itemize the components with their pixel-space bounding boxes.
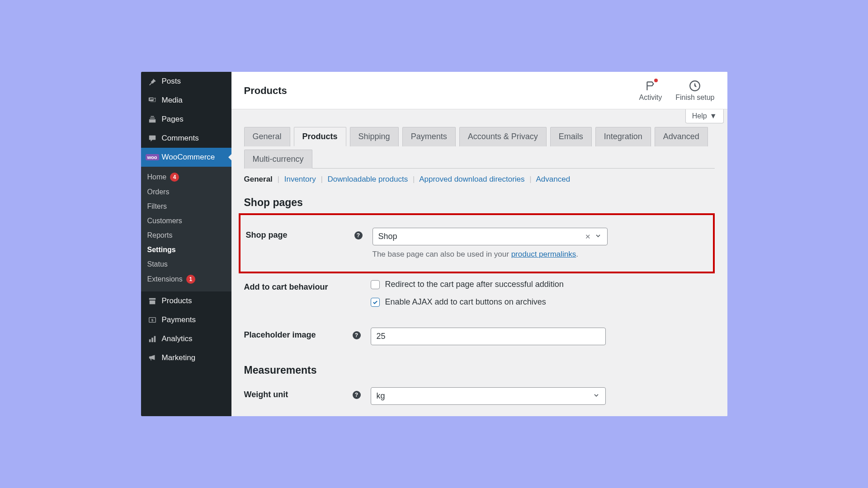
add-to-cart-label: Add to cart behaviour <box>244 280 371 292</box>
ajax-label: Enable AJAX add to cart buttons on archi… <box>385 297 546 307</box>
svg-rect-4 <box>154 336 156 343</box>
subsection-downloadable[interactable]: Downloadable products <box>328 175 408 183</box>
sidebar-item-pages[interactable]: Pages <box>141 110 231 129</box>
megaphone-icon <box>147 353 157 363</box>
placeholder-image-input[interactable]: 25 <box>371 328 606 345</box>
page-title: Products <box>244 85 287 97</box>
sidebar-item-analytics[interactable]: Analytics <box>141 329 231 348</box>
count-badge: 4 <box>170 173 179 182</box>
sidebar-item-woocommerce[interactable]: woo WooCommerce <box>141 148 231 167</box>
tab-multi-currency[interactable]: Multi-currency <box>244 150 312 169</box>
shop-page-select[interactable]: Shop ✕ <box>373 228 608 245</box>
subsection-nav: General | Inventory | Downloadable produ… <box>244 175 715 184</box>
product-permalinks-link[interactable]: product permalinks <box>511 250 576 258</box>
section-shop-pages-title: Shop pages <box>244 197 715 209</box>
sidebar-subitem-reports[interactable]: Reports <box>141 228 231 243</box>
sidebar-item-label: Comments <box>162 134 199 143</box>
sidebar-item-label: Posts <box>162 77 181 86</box>
tab-products[interactable]: Products <box>294 127 346 146</box>
sidebar-item-products[interactable]: Products <box>141 291 231 310</box>
svg-rect-2 <box>149 339 151 342</box>
chevron-down-icon <box>593 391 600 401</box>
placeholder-image-label: Placeholder image ? <box>244 328 371 340</box>
tab-integration[interactable]: Integration <box>595 127 651 146</box>
highlight-annotation: Shop page ? Shop ✕ The base page can a <box>239 213 715 273</box>
sidebar-subitem-customers[interactable]: Customers <box>141 214 231 228</box>
clock-icon <box>689 80 701 92</box>
sidebar-item-posts[interactable]: Posts <box>141 72 231 91</box>
pages-icon <box>147 114 157 124</box>
sidebar-item-label: Media <box>162 96 183 105</box>
dollar-icon: $ <box>147 315 157 325</box>
row-shop-page: Shop page ? Shop ✕ The base page can a <box>246 221 708 265</box>
admin-sidebar: Posts Media Pages Comments woo WooCommer… <box>141 72 231 416</box>
sidebar-item-label: Products <box>162 296 192 305</box>
sidebar-subitem-home[interactable]: Home 4 <box>141 169 231 185</box>
notification-dot <box>654 79 658 82</box>
sidebar-item-label: Marketing <box>162 353 196 362</box>
media-icon <box>147 95 157 105</box>
sidebar-subitem-settings[interactable]: Settings <box>141 243 231 257</box>
header-actions: Activity Finish setup <box>639 80 715 102</box>
row-weight-unit: Weight unit ? kg <box>244 381 715 411</box>
sidebar-item-comments[interactable]: Comments <box>141 129 231 148</box>
redirect-checkbox-row: Redirect to the cart page after successf… <box>371 280 606 289</box>
help-icon[interactable]: ? <box>354 231 363 239</box>
sidebar-item-media[interactable]: Media <box>141 91 231 110</box>
sidebar-submenu: Home 4 Orders Filters Customers Reports … <box>141 167 231 291</box>
woocommerce-icon: woo <box>147 152 157 162</box>
sidebar-subitem-filters[interactable]: Filters <box>141 199 231 214</box>
settings-tabs: General Products Shipping Payments Accou… <box>244 127 715 169</box>
svg-rect-3 <box>151 338 153 342</box>
finish-setup-button[interactable]: Finish setup <box>675 80 714 102</box>
sidebar-item-label: Analytics <box>162 334 193 343</box>
subsection-general[interactable]: General <box>244 175 273 183</box>
svg-text:$: $ <box>151 318 153 322</box>
sidebar-item-label: Pages <box>162 115 184 124</box>
help-icon[interactable]: ? <box>353 331 361 339</box>
weight-unit-select[interactable]: kg <box>371 387 606 405</box>
caret-down-icon: ▼ <box>710 112 717 120</box>
weight-unit-label: Weight unit ? <box>244 387 371 399</box>
tab-emails[interactable]: Emails <box>550 127 592 146</box>
sidebar-subitem-status[interactable]: Status <box>141 257 231 272</box>
bar-chart-icon <box>147 334 157 344</box>
sidebar-subitem-orders[interactable]: Orders <box>141 185 231 199</box>
sidebar-item-marketing[interactable]: Marketing <box>141 348 231 367</box>
app-window: Posts Media Pages Comments woo WooCommer… <box>141 72 727 416</box>
shop-page-label: Shop page ? <box>246 228 373 240</box>
chevron-down-icon <box>594 232 602 241</box>
sidebar-item-label: Payments <box>162 315 196 324</box>
sidebar-subitem-extensions[interactable]: Extensions 1 <box>141 272 231 287</box>
help-tab[interactable]: Help ▼ <box>685 109 724 123</box>
subsection-advanced[interactable]: Advanced <box>536 175 571 183</box>
activity-button[interactable]: Activity <box>639 80 662 102</box>
pin-icon <box>147 76 157 86</box>
row-add-to-cart: Add to cart behaviour Redirect to the ca… <box>244 273 715 321</box>
header-bar: Products Activity Finish setup <box>231 72 727 109</box>
subsection-inventory[interactable]: Inventory <box>284 175 316 183</box>
row-placeholder-image: Placeholder image ? 25 <box>244 321 715 352</box>
tab-advanced[interactable]: Advanced <box>655 127 708 146</box>
tab-shipping[interactable]: Shipping <box>350 127 399 146</box>
settings-content: General Products Shipping Payments Accou… <box>231 123 727 416</box>
ajax-checkbox-row: Enable AJAX add to cart buttons on archi… <box>371 297 606 307</box>
clear-icon[interactable]: ✕ <box>585 233 591 241</box>
help-row: Help ▼ <box>231 109 727 123</box>
archive-icon <box>147 296 157 306</box>
sidebar-item-payments[interactable]: $ Payments <box>141 310 231 329</box>
redirect-checkbox[interactable] <box>371 280 380 289</box>
sidebar-item-label: WooCommerce <box>162 153 215 162</box>
section-measurements-title: Measurements <box>244 364 715 376</box>
count-badge: 1 <box>186 275 195 284</box>
main-content: Products Activity Finish setup <box>231 72 727 416</box>
ajax-checkbox[interactable] <box>371 298 380 307</box>
tab-accounts-privacy[interactable]: Accounts & Privacy <box>459 127 547 146</box>
help-icon[interactable]: ? <box>353 391 361 399</box>
subsection-approved-directories[interactable]: Approved download directories <box>419 175 524 183</box>
redirect-label: Redirect to the cart page after successf… <box>385 280 564 289</box>
comment-icon <box>147 133 157 143</box>
tab-general[interactable]: General <box>244 127 290 146</box>
flag-icon <box>645 80 656 92</box>
tab-payments[interactable]: Payments <box>402 127 456 146</box>
